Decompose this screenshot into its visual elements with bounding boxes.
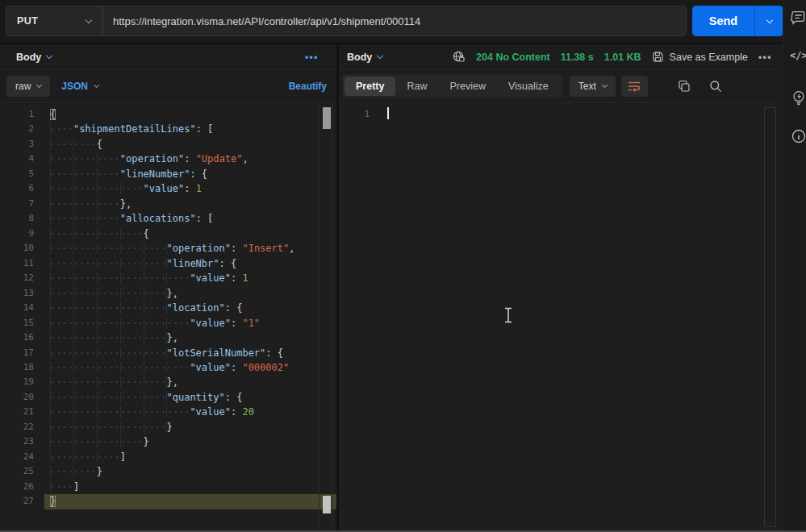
code-line[interactable]: 24············] bbox=[0, 450, 336, 464]
code-text: ····················"location": { bbox=[50, 301, 242, 315]
line-number: 11 bbox=[0, 256, 34, 271]
code-line[interactable]: 5············"lineNumber": { bbox=[0, 167, 336, 181]
line-number: 4 bbox=[0, 152, 34, 166]
response-body-editor[interactable]: 1 bbox=[339, 104, 782, 532]
code-line[interactable]: 3········{ bbox=[0, 137, 336, 152]
line-number: 19 bbox=[0, 375, 34, 389]
context-rail: </> bbox=[783, 0, 806, 532]
save-icon bbox=[652, 51, 664, 63]
method-select[interactable]: PUT bbox=[6, 6, 103, 35]
response-body-dropdown[interactable]: Body bbox=[347, 52, 382, 63]
code-line[interactable]: 13····················}, bbox=[0, 286, 336, 301]
code-text: ········} bbox=[50, 464, 102, 479]
line-number: 2 bbox=[0, 122, 34, 136]
code-line[interactable]: 21························"value": 20 bbox=[0, 405, 336, 419]
code-text: ························"value": "000002… bbox=[50, 360, 289, 375]
code-line[interactable]: 8············"allocations": [ bbox=[0, 211, 336, 226]
tab-visualize[interactable]: Visualize bbox=[497, 77, 560, 96]
code-text: ············"allocations": [ bbox=[50, 211, 213, 226]
code-text: ················} bbox=[50, 434, 149, 449]
tab-pretty[interactable]: Pretty bbox=[345, 77, 395, 96]
beautify-button[interactable]: Beautify bbox=[289, 81, 327, 92]
code-text: } bbox=[50, 494, 56, 509]
code-text: ················{ bbox=[50, 227, 149, 241]
code-text: ····················"lotSerialNumber": { bbox=[50, 346, 283, 360]
code-line[interactable]: 26····] bbox=[0, 480, 336, 494]
code-line[interactable]: 15························"value": "1" bbox=[0, 316, 336, 330]
scrollbar-thumb[interactable] bbox=[323, 107, 331, 129]
chevron-down-icon bbox=[36, 82, 42, 88]
tab-raw[interactable]: Raw bbox=[395, 77, 438, 96]
code-text: ····················"quantity": { bbox=[50, 390, 242, 405]
code-line[interactable]: 27} bbox=[0, 494, 336, 509]
url-input[interactable]: https://integration.visma.net/API/contro… bbox=[103, 6, 686, 35]
code-line[interactable]: 12························"value": 1 bbox=[0, 271, 336, 285]
code-text: ····] bbox=[50, 480, 79, 494]
code-text: ················"value": 1 bbox=[50, 181, 202, 196]
related-requests-button[interactable] bbox=[790, 89, 806, 106]
code-line[interactable]: 16····················}, bbox=[0, 330, 336, 345]
lightbulb-icon bbox=[790, 89, 806, 106]
request-body-editor[interactable]: 1{2····"shipmentDetailLines": [3········… bbox=[0, 104, 336, 532]
code-line[interactable]: 17····················"lotSerialNumber":… bbox=[0, 346, 336, 360]
body-format-select[interactable]: raw bbox=[6, 76, 50, 97]
line-number: 8 bbox=[0, 211, 34, 226]
response-more-actions-button[interactable]: ••• bbox=[758, 52, 772, 63]
scrollbar-cursor-marker bbox=[323, 496, 331, 513]
code-line[interactable]: 7············}, bbox=[0, 197, 336, 211]
line-number: 18 bbox=[0, 360, 34, 375]
text-caret bbox=[387, 107, 389, 119]
response-editor-scrollbar[interactable] bbox=[764, 107, 776, 527]
request-more-actions-button[interactable]: ••• bbox=[305, 52, 336, 63]
method-label: PUT bbox=[17, 15, 38, 27]
response-view-tabs: Pretty Raw Preview Visualize bbox=[342, 74, 562, 98]
body-language-select[interactable]: JSON bbox=[61, 81, 98, 92]
chevron-down-icon bbox=[377, 52, 383, 59]
response-code-line[interactable]: 1 bbox=[339, 107, 782, 122]
response-size: 1.01 KB bbox=[604, 52, 641, 63]
save-as-example-button[interactable]: Save as Example bbox=[652, 51, 748, 63]
code-line[interactable]: 14····················"location": { bbox=[0, 301, 336, 315]
code-line[interactable]: 2····"shipmentDetailLines": [ bbox=[0, 122, 336, 136]
search-response-button[interactable] bbox=[709, 80, 722, 93]
response-time: 11.38 s bbox=[561, 52, 594, 63]
line-number: 7 bbox=[0, 197, 34, 211]
body-language-label: JSON bbox=[61, 81, 88, 92]
send-button[interactable]: Send bbox=[692, 6, 754, 36]
request-body-dropdown[interactable]: Body bbox=[16, 52, 52, 63]
code-text: ············}, bbox=[50, 197, 132, 211]
code-line[interactable]: 23················} bbox=[0, 434, 336, 449]
code-line[interactable]: 22····················} bbox=[0, 420, 336, 434]
code-line[interactable]: 6················"value": 1 bbox=[0, 181, 336, 196]
response-format-select[interactable]: Text bbox=[570, 76, 616, 97]
network-globe-icon[interactable] bbox=[452, 50, 466, 64]
code-line[interactable]: 20····················"quantity": { bbox=[0, 390, 336, 405]
info-icon bbox=[790, 127, 806, 145]
tab-preview[interactable]: Preview bbox=[438, 77, 496, 96]
code-line[interactable]: 10····················"operation": "Inse… bbox=[0, 241, 336, 256]
line-number: 9 bbox=[0, 227, 34, 241]
line-number: 13 bbox=[0, 286, 34, 301]
request-code: 1{2····"shipmentDetailLines": [3········… bbox=[0, 107, 336, 509]
code-line[interactable]: 18························"value": "0000… bbox=[0, 360, 336, 375]
code-line[interactable]: 25········} bbox=[0, 464, 336, 479]
code-line[interactable]: 19····················}, bbox=[0, 375, 336, 389]
request-editor-scrollbar[interactable] bbox=[319, 104, 332, 532]
code-snippet-button[interactable]: </> bbox=[790, 50, 806, 68]
code-line[interactable]: 11····················"lineNbr": { bbox=[0, 256, 336, 271]
copy-response-button[interactable] bbox=[678, 80, 691, 93]
code-line[interactable]: 1{ bbox=[0, 107, 336, 122]
line-number: 15 bbox=[0, 316, 34, 330]
line-number: 21 bbox=[0, 405, 34, 419]
code-line[interactable]: 9················{ bbox=[0, 227, 336, 241]
request-body-label: Body bbox=[16, 52, 41, 63]
line-number: 1 bbox=[0, 107, 34, 122]
code-text: ····················}, bbox=[50, 375, 178, 389]
info-button[interactable] bbox=[790, 127, 806, 145]
code-text: ····················}, bbox=[50, 330, 178, 345]
wrap-text-toggle[interactable] bbox=[621, 76, 648, 97]
send-options-button[interactable] bbox=[754, 6, 783, 36]
code-line[interactable]: 4············"operation": "Update", bbox=[0, 152, 336, 166]
line-number: 17 bbox=[0, 346, 34, 360]
comments-button[interactable] bbox=[790, 10, 806, 27]
